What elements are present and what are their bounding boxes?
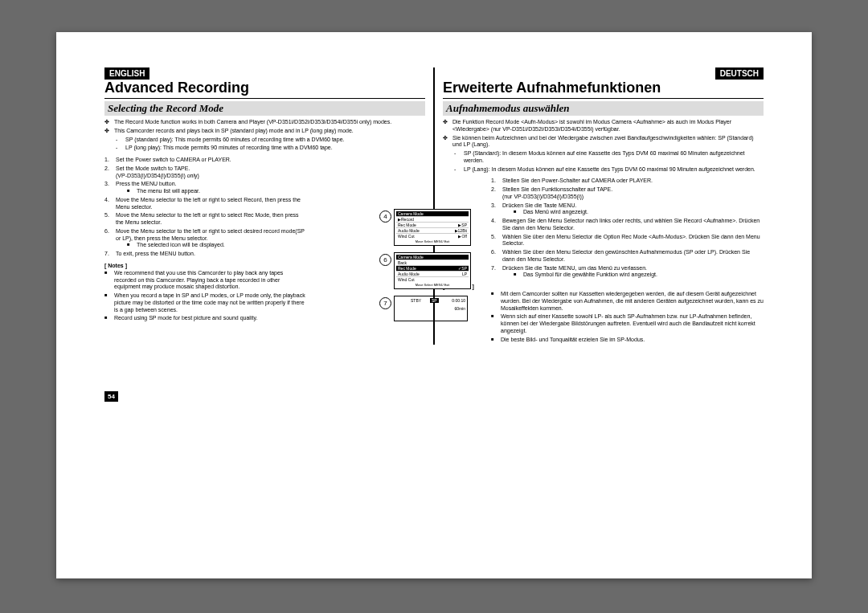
- lang-tag-de: DEUTSCH: [715, 67, 764, 80]
- step: Stellen Sie den Power-Schalter auf CAMER…: [491, 178, 764, 185]
- intro-item: The Record Mode function works in both C…: [104, 119, 425, 126]
- step: Bewegen Sie den Menu Selector nach links…: [491, 218, 764, 232]
- notes-en: We recommend that you use this Camcorder…: [104, 270, 305, 322]
- step: Press the MENU button. The menu list wil…: [104, 181, 305, 195]
- fig-4: 4 Camera Mode ▶Record Rec Mode▶SP Audio …: [394, 209, 474, 246]
- step: Move the Menu selector to the left or ri…: [104, 197, 305, 211]
- step: Stellen Sie den Funktionsschalter auf TA…: [491, 186, 764, 201]
- notes-head-en: Notes: [104, 263, 425, 268]
- note: Wenn sich auf einer Kassette sowohl LP- …: [491, 313, 764, 334]
- step: Drücken Sie die Taste MENU, um das Menü …: [491, 265, 764, 280]
- fig-6: 6 Camera Mode Back Rec Mode✓SP Audio Mod…: [394, 252, 474, 289]
- subheading-de: Aufnahmemodus auswählen: [443, 101, 764, 116]
- fig-num-icon: 6: [379, 254, 391, 266]
- step: To exit, press the MENU button.: [104, 251, 305, 258]
- intro-de: Die Funktion Record Mode <Aufn-Modus> is…: [443, 119, 764, 149]
- substep: The selected icon will be displayed.: [127, 242, 305, 249]
- substep: Das Symbol für die gewählte Funktion wir…: [514, 272, 764, 279]
- note: We recommend that you use this Camcorder…: [104, 270, 305, 291]
- fig-num-icon: 7: [379, 297, 391, 309]
- center-figures: 4 Camera Mode ▶Record Rec Mode▶SP Audio …: [394, 209, 474, 328]
- intro-item: Die Funktion Record Mode <Aufn-Modus> is…: [443, 119, 764, 133]
- intro-en: The Record Mode function works in both C…: [104, 119, 425, 135]
- note: Record using SP mode for best picture an…: [104, 315, 305, 322]
- page-number: 54: [104, 391, 118, 402]
- intro-item: This Camcorder records and plays back in…: [104, 128, 425, 135]
- fig-7: 7 STBY SP 0:00:10 60min: [394, 296, 474, 321]
- heading-de: Erweiterte Aufnahmefunktionen: [443, 80, 764, 99]
- step: Set the Mode switch to TAPE.(VP-D353(i)/…: [104, 166, 305, 180]
- notes-de: Mit dem Camcorder sollten nur Kassetten …: [491, 291, 764, 343]
- lang-tag-en: ENGLISH: [104, 67, 149, 80]
- substep: The menu list will appear.: [127, 188, 305, 195]
- steps-en: Set the Power switch to CAMERA or PLAYER…: [104, 157, 305, 258]
- step: Drücken Sie die Taste MENU. Das Menü wir…: [491, 202, 764, 217]
- intro-item: SP (standard play): This mode permits 60…: [116, 137, 425, 144]
- osd-screen: STBY SP 0:00:10 60min: [394, 296, 468, 321]
- notes-head-de: Hinweise: [443, 284, 764, 289]
- substep: Das Menü wird angezeigt.: [514, 209, 764, 216]
- steps-de: Stellen Sie den Power-Schalter auf CAMER…: [491, 178, 764, 279]
- intro-sub-en: SP (standard play): This mode permits 60…: [116, 137, 425, 153]
- note: Mit dem Camcorder sollten nur Kassetten …: [491, 291, 764, 312]
- lcd-screen: Camera Mode ▶Record Rec Mode▶SP Audio Mo…: [394, 209, 471, 246]
- intro-sub-de: SP (Standard): In diesem Modus können au…: [454, 150, 764, 173]
- step: Wählen Sie über den Menu Selector die Op…: [491, 234, 764, 248]
- step: Move the Menu selector to the left or ri…: [104, 228, 305, 249]
- step: Wählen Sie über den Menu Selector den ge…: [491, 249, 764, 264]
- column-deutsch: DEUTSCH Erweiterte Aufnahmefunktionen Au…: [433, 67, 764, 345]
- intro-item: LP (long play): This mode permits 90 min…: [116, 145, 425, 152]
- lcd-screen: Camera Mode Back Rec Mode✓SP Audio ModeL…: [394, 252, 471, 289]
- fig-num-icon: 4: [379, 210, 391, 223]
- step: Move the Menu selector to the left or ri…: [104, 212, 305, 227]
- note: When you record a tape in SP and LP mode…: [104, 292, 305, 313]
- step: Set the Power switch to CAMERA or PLAYER…: [104, 157, 305, 164]
- heading-en: Advanced Recording: [104, 80, 425, 99]
- subheading-en: Selecting the Record Mode: [104, 101, 425, 116]
- note: Die beste Bild- und Tonqualität erzielen…: [491, 337, 764, 344]
- intro-item: Sie können beim Aufzeichnen und bei der …: [443, 135, 764, 149]
- intro-item: LP (Lang): In diesem Modus können auf ei…: [454, 166, 764, 174]
- intro-item: SP (Standard): In diesem Modus können au…: [454, 150, 764, 165]
